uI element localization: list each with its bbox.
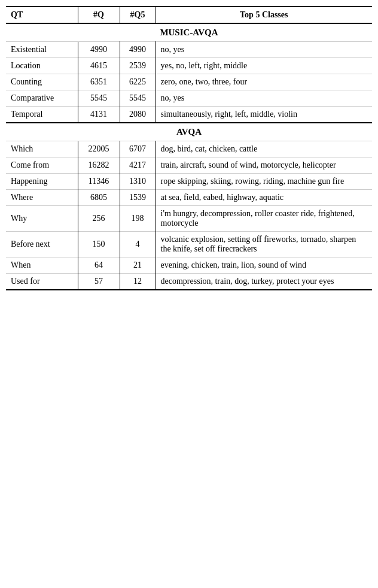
cell-q: 256 bbox=[78, 206, 120, 232]
table-row: Existential49904990no, yes bbox=[6, 42, 372, 58]
main-table-wrapper: QT #Q #Q5 Top 5 Classes MUSIC-AVQAExiste… bbox=[6, 6, 372, 290]
table-row: Why256198i'm hungry, decompression, roll… bbox=[6, 206, 372, 232]
section-header-1: AVQA bbox=[6, 123, 372, 141]
cell-top5: zero, one, two, three, four bbox=[156, 74, 372, 90]
cell-q: 6351 bbox=[78, 74, 120, 90]
table-header-row: QT #Q #Q5 Top 5 Classes bbox=[6, 7, 372, 23]
cell-q5: 2080 bbox=[120, 107, 156, 123]
cell-qt: Come from bbox=[6, 157, 78, 174]
table-row: Where68051539at sea, field, eabed, highw… bbox=[6, 190, 372, 206]
cell-q5: 21 bbox=[120, 257, 156, 274]
cell-top5: i'm hungry, decompression, roller coaste… bbox=[156, 206, 372, 232]
cell-q: 11346 bbox=[78, 174, 120, 190]
cell-qt: Location bbox=[6, 58, 78, 74]
cell-qt: Happening bbox=[6, 174, 78, 190]
cell-q: 4990 bbox=[78, 42, 120, 58]
cell-q: 150 bbox=[78, 232, 120, 257]
cell-q: 6805 bbox=[78, 190, 120, 206]
cell-qt: Used for bbox=[6, 274, 78, 290]
cell-qt: Temporal bbox=[6, 107, 78, 123]
cell-qt: Existential bbox=[6, 42, 78, 58]
table-row: Before next1504volcanic explosion, setti… bbox=[6, 232, 372, 257]
cell-q: 4615 bbox=[78, 58, 120, 74]
cell-q5: 2539 bbox=[120, 58, 156, 74]
cell-qt: Comparative bbox=[6, 90, 78, 107]
cell-top5: decompression, train, dog, turkey, prote… bbox=[156, 274, 372, 290]
table-row: Come from162824217train, aircraft, sound… bbox=[6, 157, 372, 174]
cell-top5: at sea, field, eabed, highway, aquatic bbox=[156, 190, 372, 206]
cell-top5: train, aircraft, sound of wind, motorcyc… bbox=[156, 157, 372, 174]
cell-top5: evening, chicken, train, lion, sound of … bbox=[156, 257, 372, 274]
table-row: Counting63516225zero, one, two, three, f… bbox=[6, 74, 372, 90]
cell-q: 4131 bbox=[78, 107, 120, 123]
data-table: QT #Q #Q5 Top 5 Classes MUSIC-AVQAExiste… bbox=[6, 6, 372, 290]
cell-q: 64 bbox=[78, 257, 120, 274]
table-row: Happening113461310rope skipping, skiing,… bbox=[6, 174, 372, 190]
cell-qt: When bbox=[6, 257, 78, 274]
cell-q5: 6225 bbox=[120, 74, 156, 90]
cell-top5: dog, bird, cat, chicken, cattle bbox=[156, 141, 372, 157]
cell-q5: 198 bbox=[120, 206, 156, 232]
cell-top5: rope skipping, skiing, rowing, riding, m… bbox=[156, 174, 372, 190]
cell-qt: Before next bbox=[6, 232, 78, 257]
cell-q5: 6707 bbox=[120, 141, 156, 157]
header-top5: Top 5 Classes bbox=[156, 7, 372, 23]
cell-q5: 4 bbox=[120, 232, 156, 257]
cell-q: 57 bbox=[78, 274, 120, 290]
cell-q: 16282 bbox=[78, 157, 120, 174]
table-row: Temporal41312080simultaneously, right, l… bbox=[6, 107, 372, 123]
table-row: Comparative55455545no, yes bbox=[6, 90, 372, 107]
header-q: #Q bbox=[78, 7, 120, 23]
cell-top5: volcanic explosion, setting off firework… bbox=[156, 232, 372, 257]
cell-q: 5545 bbox=[78, 90, 120, 107]
cell-q5: 4217 bbox=[120, 157, 156, 174]
header-q5: #Q5 bbox=[120, 7, 156, 23]
cell-top5: no, yes bbox=[156, 90, 372, 107]
cell-top5: yes, no, left, right, middle bbox=[156, 58, 372, 74]
table-row: Used for5712decompression, train, dog, t… bbox=[6, 274, 372, 290]
table-body: MUSIC-AVQAExistential49904990no, yesLoca… bbox=[6, 23, 372, 290]
table-row: Location46152539yes, no, left, right, mi… bbox=[6, 58, 372, 74]
cell-q5: 1539 bbox=[120, 190, 156, 206]
header-qt: QT bbox=[6, 7, 78, 23]
cell-q: 22005 bbox=[78, 141, 120, 157]
cell-qt: Counting bbox=[6, 74, 78, 90]
section-header-0: MUSIC-AVQA bbox=[6, 23, 372, 42]
cell-top5: no, yes bbox=[156, 42, 372, 58]
cell-q5: 1310 bbox=[120, 174, 156, 190]
cell-qt: Which bbox=[6, 141, 78, 157]
cell-top5: simultaneously, right, left, middle, vio… bbox=[156, 107, 372, 123]
cell-q5: 5545 bbox=[120, 90, 156, 107]
cell-q5: 12 bbox=[120, 274, 156, 290]
cell-q5: 4990 bbox=[120, 42, 156, 58]
table-row: When6421evening, chicken, train, lion, s… bbox=[6, 257, 372, 274]
cell-qt: Why bbox=[6, 206, 78, 232]
table-row: Which220056707dog, bird, cat, chicken, c… bbox=[6, 141, 372, 157]
cell-qt: Where bbox=[6, 190, 78, 206]
